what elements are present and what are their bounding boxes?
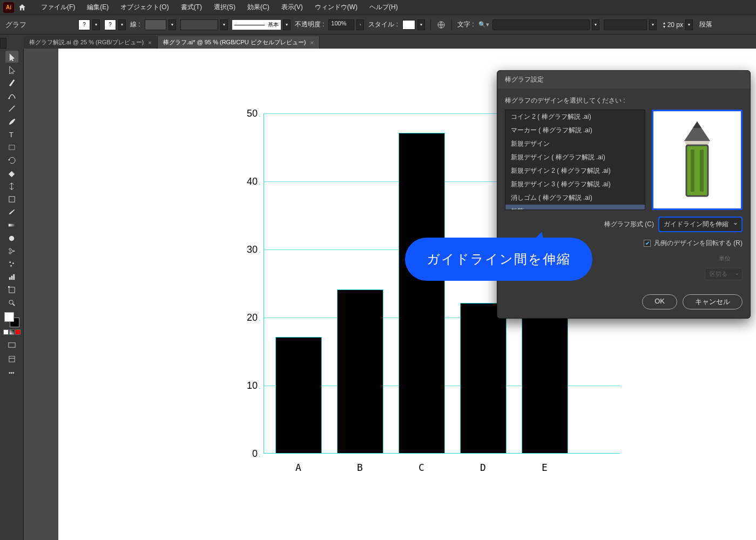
- svg-text:•••: •••: [8, 370, 14, 376]
- curvature-tool[interactable]: [5, 90, 18, 102]
- artboard-tool[interactable]: [5, 284, 18, 296]
- svg-line-19: [12, 303, 15, 306]
- ok-button[interactable]: OK: [642, 294, 677, 309]
- menu-item[interactable]: オブジェクト(O): [117, 2, 172, 13]
- design-list-item[interactable]: 新規デザイン 3 ( 棒グラフ解説 .ai): [505, 178, 645, 191]
- pen-tool[interactable]: [5, 77, 18, 89]
- design-list-item[interactable]: 新規デザイン: [505, 137, 645, 151]
- char-label: 文字 :: [457, 20, 474, 29]
- svg-point-7: [9, 236, 14, 241]
- svg-point-9: [9, 252, 11, 254]
- direct-selection-tool[interactable]: [5, 64, 18, 76]
- align-icon[interactable]: [436, 20, 446, 30]
- width-tool[interactable]: [5, 180, 18, 192]
- app-icon: Ai: [3, 2, 14, 13]
- svg-marker-25: [693, 122, 701, 128]
- home-icon[interactable]: [16, 2, 28, 14]
- svg-rect-27: [686, 145, 708, 196]
- more-tools-button[interactable]: •••: [5, 367, 18, 379]
- type-tool[interactable]: T: [5, 129, 18, 140]
- gradient-tool[interactable]: [5, 219, 18, 231]
- svg-rect-14: [11, 276, 12, 280]
- dialog-title: 棒グラフ設定: [497, 71, 750, 89]
- paragraph-label: 段落: [699, 20, 712, 29]
- svg-text:T: T: [9, 131, 13, 139]
- svg-rect-20: [8, 343, 15, 347]
- eyedropper-tool[interactable]: [5, 206, 18, 218]
- svg-point-11: [12, 262, 14, 264]
- design-list-item[interactable]: 新規デザイン ( 棒グラフ解説 .ai): [505, 151, 645, 164]
- line-tool[interactable]: [5, 103, 18, 114]
- bar[interactable]: [522, 296, 568, 453]
- font-size-control[interactable]: ▴▾ 20 px ▾: [661, 19, 695, 30]
- design-list-item[interactable]: 新規デザイン 2 ( 棒グラフ解説 .ai): [505, 164, 645, 178]
- blob-brush-tool[interactable]: [5, 232, 18, 244]
- svg-rect-28: [691, 150, 694, 192]
- svg-rect-29: [700, 150, 704, 192]
- document-tab[interactable]: 棒グラフ.ai* @ 95 % (RGB/CPU ピクセルプレビュー)×: [158, 36, 320, 49]
- font-search[interactable]: 🔍▾ ▾: [478, 19, 599, 30]
- screen-mode-button[interactable]: [5, 339, 18, 351]
- format-select[interactable]: ガイドライン間を伸縮: [658, 217, 742, 232]
- fill-control[interactable]: ?▾: [78, 19, 100, 30]
- unit-label: 単位: [719, 254, 731, 262]
- design-list[interactable]: コイン 2 ( 棒グラフ解説 .ai)マーカー ( 棒グラフ解説 .ai)新規デ…: [505, 110, 645, 210]
- panel-collapse-nub[interactable]: [0, 38, 6, 49]
- stroke-control[interactable]: ?▾: [104, 19, 126, 30]
- rotate-tool[interactable]: [5, 154, 18, 166]
- x-axis-label: E: [542, 462, 548, 473]
- menu-item[interactable]: 選択(S): [211, 2, 239, 13]
- y-axis-tick: 20: [247, 312, 261, 323]
- bar[interactable]: [276, 338, 321, 453]
- menu-item[interactable]: 編集(E): [84, 2, 112, 13]
- annotation-callout: ガイドライン間を伸縮: [405, 238, 592, 281]
- stroke-profile[interactable]: ▾: [180, 19, 228, 30]
- svg-point-18: [9, 300, 13, 305]
- stroke-style-control[interactable]: 基本▾: [232, 19, 291, 30]
- menu-item[interactable]: 書式(T): [178, 2, 205, 13]
- cancel-button[interactable]: キャンセル: [683, 294, 742, 309]
- menu-item[interactable]: 表示(V): [278, 2, 306, 13]
- bar[interactable]: [461, 303, 506, 453]
- bar[interactable]: [338, 290, 383, 453]
- document-tab[interactable]: 棒グラフ解説.ai @ 25 % (RGB/プレビュー)×: [24, 36, 158, 49]
- symbol-sprayer-tool[interactable]: [5, 258, 18, 270]
- menu-item[interactable]: ウィンドウ(W): [312, 2, 361, 13]
- stroke-weight[interactable]: ▾: [145, 19, 176, 30]
- svg-rect-5: [9, 197, 14, 202]
- brush-tool[interactable]: [5, 116, 18, 127]
- selection-tool[interactable]: [5, 51, 18, 63]
- zoom-tool[interactable]: [5, 297, 18, 309]
- graph-tool[interactable]: [5, 271, 18, 283]
- graphic-style-control[interactable]: ▾: [402, 19, 425, 30]
- bar[interactable]: [399, 133, 444, 453]
- shape-builder-tool[interactable]: [5, 167, 18, 179]
- rotate-legend-checkbox[interactable]: ✔ 凡例のデザインを回転する (R): [644, 239, 742, 248]
- rectangle-tool[interactable]: [5, 141, 18, 153]
- font-style[interactable]: ▾: [604, 19, 657, 30]
- free-transform-tool[interactable]: [5, 193, 18, 205]
- close-icon[interactable]: ×: [310, 39, 314, 46]
- x-axis-label: B: [357, 462, 363, 473]
- design-list-item[interactable]: マーカー ( 棒グラフ解説 .ai): [505, 124, 645, 137]
- format-label: 棒グラフ形式 (C): [604, 220, 654, 229]
- toolbox: T•••: [0, 49, 24, 540]
- menu-item[interactable]: 効果(C): [244, 2, 273, 13]
- opacity-control[interactable]: 100% ›: [328, 19, 364, 30]
- design-list-item[interactable]: 鉛筆: [505, 205, 645, 210]
- close-icon[interactable]: ×: [148, 39, 151, 46]
- svg-rect-15: [13, 274, 15, 280]
- svg-rect-21: [9, 356, 14, 362]
- svg-rect-16: [9, 287, 14, 293]
- edit-toolbar-button[interactable]: [5, 353, 18, 365]
- y-axis-tick: 10: [247, 380, 261, 392]
- color-mode-buttons[interactable]: [3, 329, 21, 335]
- svg-rect-17: [8, 286, 9, 288]
- menu-item[interactable]: ヘルプ(H): [366, 2, 401, 13]
- design-list-item[interactable]: コイン 2 ( 棒グラフ解説 .ai): [505, 110, 645, 124]
- menu-item[interactable]: ファイル(F): [38, 2, 78, 13]
- fill-stroke-control[interactable]: [4, 312, 19, 327]
- scissors-tool[interactable]: [5, 245, 18, 257]
- design-list-item[interactable]: 消しゴム ( 棒グラフ解説 .ai): [505, 191, 645, 205]
- svg-point-1: [8, 98, 10, 99]
